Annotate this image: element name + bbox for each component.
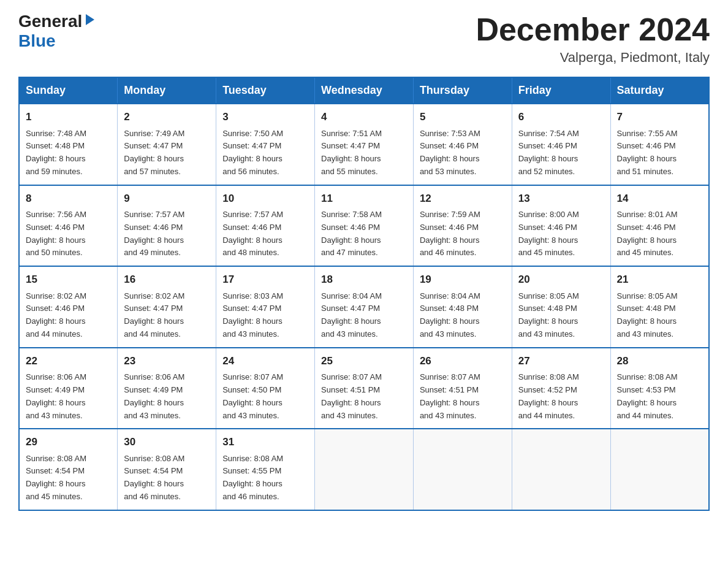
day-info: Sunrise: 8:00 AM Sunset: 4:46 PM Dayligh…	[518, 209, 604, 259]
day-number: 17	[222, 272, 308, 288]
day-number: 7	[617, 109, 702, 125]
day-number: 29	[26, 434, 111, 450]
day-info: Sunrise: 8:07 AM Sunset: 4:51 PM Dayligh…	[321, 371, 407, 422]
day-number: 19	[420, 272, 506, 288]
day-number: 24	[222, 353, 308, 369]
weekday-header-wednesday: Wednesday	[315, 77, 414, 104]
day-cell: 23Sunrise: 8:06 AM Sunset: 4:49 PM Dayli…	[118, 348, 216, 429]
day-cell: 17Sunrise: 8:03 AM Sunset: 4:47 PM Dayli…	[216, 266, 315, 348]
day-info: Sunrise: 8:08 AM Sunset: 4:55 PM Dayligh…	[222, 453, 308, 504]
day-number: 22	[26, 353, 111, 369]
day-number: 23	[124, 353, 210, 369]
day-info: Sunrise: 7:53 AM Sunset: 4:46 PM Dayligh…	[420, 128, 506, 178]
day-info: Sunrise: 8:01 AM Sunset: 4:46 PM Dayligh…	[617, 209, 702, 259]
day-info: Sunrise: 8:04 AM Sunset: 4:48 PM Dayligh…	[420, 290, 506, 341]
day-info: Sunrise: 8:03 AM Sunset: 4:47 PM Dayligh…	[222, 290, 308, 341]
weekday-header-saturday: Saturday	[610, 77, 709, 104]
day-info: Sunrise: 8:05 AM Sunset: 4:48 PM Dayligh…	[617, 290, 702, 341]
day-cell	[413, 429, 512, 510]
day-info: Sunrise: 7:48 AM Sunset: 4:48 PM Dayligh…	[26, 128, 111, 178]
logo-general: General	[18, 12, 82, 31]
week-row-5: 29Sunrise: 8:08 AM Sunset: 4:54 PM Dayli…	[19, 429, 709, 510]
day-cell: 26Sunrise: 8:07 AM Sunset: 4:51 PM Dayli…	[413, 348, 512, 429]
day-info: Sunrise: 7:55 AM Sunset: 4:46 PM Dayligh…	[617, 128, 702, 178]
day-number: 31	[222, 434, 308, 450]
day-cell: 22Sunrise: 8:06 AM Sunset: 4:49 PM Dayli…	[19, 348, 118, 429]
day-info: Sunrise: 8:08 AM Sunset: 4:53 PM Dayligh…	[617, 371, 702, 422]
day-number: 18	[321, 272, 407, 288]
day-cell	[315, 429, 414, 510]
day-cell: 25Sunrise: 8:07 AM Sunset: 4:51 PM Dayli…	[315, 348, 414, 429]
weekday-header-friday: Friday	[512, 77, 610, 104]
day-cell: 21Sunrise: 8:05 AM Sunset: 4:48 PM Dayli…	[610, 266, 709, 348]
day-info: Sunrise: 8:05 AM Sunset: 4:48 PM Dayligh…	[518, 290, 604, 341]
day-number: 8	[26, 191, 111, 207]
day-number: 16	[124, 272, 210, 288]
day-number: 20	[518, 272, 604, 288]
month-title: December 2024	[476, 12, 710, 47]
day-cell	[610, 429, 709, 510]
day-info: Sunrise: 8:08 AM Sunset: 4:54 PM Dayligh…	[26, 453, 111, 504]
day-cell: 14Sunrise: 8:01 AM Sunset: 4:46 PM Dayli…	[610, 185, 709, 267]
day-info: Sunrise: 8:02 AM Sunset: 4:47 PM Dayligh…	[124, 290, 210, 341]
day-cell: 11Sunrise: 7:58 AM Sunset: 4:46 PM Dayli…	[315, 185, 414, 267]
day-cell: 6Sunrise: 7:54 AM Sunset: 4:46 PM Daylig…	[512, 104, 610, 185]
location-title: Valperga, Piedmont, Italy	[476, 50, 710, 66]
day-number: 2	[124, 109, 210, 125]
day-cell: 13Sunrise: 8:00 AM Sunset: 4:46 PM Dayli…	[512, 185, 610, 267]
day-cell: 30Sunrise: 8:08 AM Sunset: 4:54 PM Dayli…	[118, 429, 216, 510]
day-info: Sunrise: 7:59 AM Sunset: 4:46 PM Dayligh…	[420, 209, 506, 259]
day-number: 21	[617, 272, 702, 288]
day-number: 14	[617, 191, 702, 207]
day-info: Sunrise: 8:07 AM Sunset: 4:50 PM Dayligh…	[222, 371, 308, 422]
day-number: 11	[321, 191, 407, 207]
day-info: Sunrise: 8:08 AM Sunset: 4:52 PM Dayligh…	[518, 371, 604, 422]
day-number: 4	[321, 109, 407, 125]
day-info: Sunrise: 7:51 AM Sunset: 4:47 PM Dayligh…	[321, 128, 407, 178]
day-cell: 12Sunrise: 7:59 AM Sunset: 4:46 PM Dayli…	[413, 185, 512, 267]
weekday-header-monday: Monday	[118, 77, 216, 104]
day-cell: 15Sunrise: 8:02 AM Sunset: 4:46 PM Dayli…	[19, 266, 118, 348]
day-info: Sunrise: 8:08 AM Sunset: 4:54 PM Dayligh…	[124, 453, 210, 504]
day-cell: 16Sunrise: 8:02 AM Sunset: 4:47 PM Dayli…	[118, 266, 216, 348]
day-info: Sunrise: 7:57 AM Sunset: 4:46 PM Dayligh…	[222, 209, 308, 259]
day-number: 3	[222, 109, 308, 125]
day-info: Sunrise: 8:02 AM Sunset: 4:46 PM Dayligh…	[26, 290, 111, 341]
weekday-header-thursday: Thursday	[413, 77, 512, 104]
day-number: 5	[420, 109, 506, 125]
weekday-header-sunday: Sunday	[19, 77, 118, 104]
day-cell: 9Sunrise: 7:57 AM Sunset: 4:46 PM Daylig…	[118, 185, 216, 267]
day-cell: 31Sunrise: 8:08 AM Sunset: 4:55 PM Dayli…	[216, 429, 315, 510]
day-cell	[512, 429, 610, 510]
day-cell: 5Sunrise: 7:53 AM Sunset: 4:46 PM Daylig…	[413, 104, 512, 185]
day-info: Sunrise: 7:57 AM Sunset: 4:46 PM Dayligh…	[124, 209, 210, 259]
day-info: Sunrise: 7:54 AM Sunset: 4:46 PM Dayligh…	[518, 128, 604, 178]
day-cell: 24Sunrise: 8:07 AM Sunset: 4:50 PM Dayli…	[216, 348, 315, 429]
weekday-header-row: SundayMondayTuesdayWednesdayThursdayFrid…	[19, 77, 709, 104]
day-cell: 2Sunrise: 7:49 AM Sunset: 4:47 PM Daylig…	[118, 104, 216, 185]
day-number: 6	[518, 109, 604, 125]
logo-arrow-icon	[83, 13, 97, 26]
logo: General Blue	[18, 12, 97, 51]
day-cell: 20Sunrise: 8:05 AM Sunset: 4:48 PM Dayli…	[512, 266, 610, 348]
day-number: 28	[617, 353, 702, 369]
day-info: Sunrise: 7:58 AM Sunset: 4:46 PM Dayligh…	[321, 209, 407, 259]
day-cell: 19Sunrise: 8:04 AM Sunset: 4:48 PM Dayli…	[413, 266, 512, 348]
day-info: Sunrise: 8:07 AM Sunset: 4:51 PM Dayligh…	[420, 371, 506, 422]
day-info: Sunrise: 7:49 AM Sunset: 4:47 PM Dayligh…	[124, 128, 210, 178]
day-number: 27	[518, 353, 604, 369]
day-cell: 8Sunrise: 7:56 AM Sunset: 4:46 PM Daylig…	[19, 185, 118, 267]
day-cell: 27Sunrise: 8:08 AM Sunset: 4:52 PM Dayli…	[512, 348, 610, 429]
day-cell: 18Sunrise: 8:04 AM Sunset: 4:47 PM Dayli…	[315, 266, 414, 348]
calendar-table: SundayMondayTuesdayWednesdayThursdayFrid…	[18, 77, 710, 511]
day-number: 30	[124, 434, 210, 450]
day-number: 15	[26, 272, 111, 288]
day-number: 10	[222, 191, 308, 207]
header: General Blue December 2024 Valperga, Pie…	[18, 12, 710, 66]
day-cell: 3Sunrise: 7:50 AM Sunset: 4:47 PM Daylig…	[216, 104, 315, 185]
day-number: 13	[518, 191, 604, 207]
day-cell: 7Sunrise: 7:55 AM Sunset: 4:46 PM Daylig…	[610, 104, 709, 185]
day-info: Sunrise: 8:06 AM Sunset: 4:49 PM Dayligh…	[26, 371, 111, 422]
day-info: Sunrise: 7:56 AM Sunset: 4:46 PM Dayligh…	[26, 209, 111, 259]
week-row-4: 22Sunrise: 8:06 AM Sunset: 4:49 PM Dayli…	[19, 348, 709, 429]
